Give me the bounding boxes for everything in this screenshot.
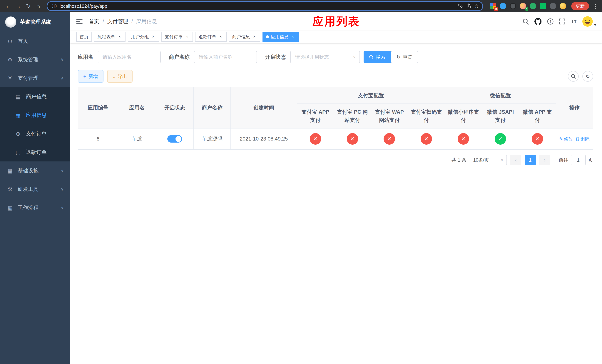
toolbar-right: ↻ xyxy=(568,71,593,82)
fullscreen-icon[interactable] xyxy=(559,19,565,24)
close-icon[interactable]: × xyxy=(117,34,122,39)
table-row: 6 芋道 芋道源码 2021-10-23 08:49:25 xyxy=(78,128,593,150)
search-button[interactable]: 搜索 xyxy=(364,51,391,63)
yen-icon: ¥ xyxy=(7,75,13,81)
extension-icon[interactable] xyxy=(540,3,546,9)
extension-icon[interactable]: 1 xyxy=(520,3,526,9)
sidebar-item-pay-order[interactable]: ⊕ 支付订单 xyxy=(0,124,70,143)
extension-icon[interactable] xyxy=(550,3,556,9)
page-size-select[interactable]: 10条/页 ∨ xyxy=(470,155,507,165)
tab-user-group[interactable]: 用户分组 × xyxy=(128,32,159,42)
back-icon[interactable]: ← xyxy=(4,2,13,11)
table-toolbar: + 新增 ↓ 导出 ↻ xyxy=(78,70,593,83)
merchant-name-input[interactable] xyxy=(194,51,257,63)
sidebar-item-payment[interactable]: ¥ 支付管理 ∧ xyxy=(0,69,70,87)
reload-icon[interactable]: ↻ xyxy=(24,2,33,11)
status-toggle[interactable] xyxy=(167,135,182,143)
page-number-1[interactable]: 1 xyxy=(525,155,536,165)
close-icon[interactable]: × xyxy=(151,34,156,39)
close-icon[interactable]: × xyxy=(252,34,257,39)
site-info-icon[interactable]: ⓘ xyxy=(52,3,57,10)
chrome-update-button[interactable]: 更新 xyxy=(571,2,589,10)
font-size-icon[interactable]: TT xyxy=(571,18,576,25)
select-placeholder: 请选择开启状态 xyxy=(295,54,329,60)
search-icon[interactable] xyxy=(523,18,529,25)
breadcrumb-separator: / xyxy=(103,19,104,24)
close-icon[interactable]: × xyxy=(290,34,295,39)
tab-home[interactable]: 首页 xyxy=(76,32,92,42)
sidebar-item-label: 退款订单 xyxy=(26,149,47,156)
sidebar-item-home[interactable]: ⊙ 首页 xyxy=(0,32,70,50)
user-avatar[interactable]: ▾ xyxy=(582,16,596,27)
toggle-search-button[interactable] xyxy=(568,71,579,82)
extension-icon[interactable] xyxy=(530,3,536,9)
close-icon[interactable]: × xyxy=(184,34,190,39)
extension-icon[interactable] xyxy=(510,3,516,9)
url-bar[interactable]: ⓘ localhost:1024/pay/app ☆ xyxy=(47,1,483,11)
filter-form: 应用名 商户名称 开启状态 请选择开启状态 ∨ 搜索 ↻ 重 xyxy=(78,51,593,63)
tab-pay-order[interactable]: 支付订单 × xyxy=(161,32,193,42)
prev-page-button[interactable]: ‹ xyxy=(510,155,521,165)
cell-status xyxy=(156,128,194,150)
tab-process-form[interactable]: 流程表单 × xyxy=(94,32,126,42)
add-button[interactable]: + 新增 xyxy=(78,70,104,83)
sidebar-item-infrastructure[interactable]: ▩ 基础设施 ∨ xyxy=(0,161,70,180)
edit-button[interactable]: ✎ 修改 xyxy=(559,136,573,142)
app-name-input[interactable] xyxy=(98,51,161,63)
app-frame: 芋道管理系统 ⊙ 首页 ⚙ 系统管理 ∨ ¥ 支付管理 ∧ xyxy=(0,12,602,364)
extension-icon[interactable] xyxy=(500,3,506,9)
extension-icon[interactable]: 10 xyxy=(490,3,496,9)
page-size-value: 10条/页 xyxy=(473,157,489,163)
extension-icon[interactable] xyxy=(560,3,566,9)
url-text[interactable]: localhost:1024/pay/app xyxy=(60,3,454,9)
refresh-table-button[interactable]: ↻ xyxy=(582,71,593,82)
browser-chrome: ← → ↻ ⌂ ⓘ localhost:1024/pay/app ☆ 10 1 … xyxy=(0,0,602,12)
chevron-down-icon: ∨ xyxy=(61,205,64,210)
home-icon[interactable]: ⌂ xyxy=(34,2,43,11)
sidebar-item-refund-order[interactable]: ▢ 退款订单 xyxy=(0,143,70,161)
sidebar-item-merchant-info[interactable]: ▤ 商户信息 xyxy=(0,87,70,106)
card-icon: ▤ xyxy=(15,94,22,100)
cell-wechat-jsapi xyxy=(482,128,519,150)
cell-created: 2021-10-23 08:49:25 xyxy=(231,128,297,150)
sidebar-item-dev-tools[interactable]: ⚒ 研发工具 ∨ xyxy=(0,180,70,198)
github-icon[interactable] xyxy=(534,18,541,25)
col-wechat-app: 微信 APP 支付 xyxy=(519,104,556,128)
chevron-down-icon: ∨ xyxy=(353,55,356,59)
col-alipay-qr: 支付宝扫码支付 xyxy=(408,104,445,128)
export-button[interactable]: ↓ 导出 xyxy=(107,70,133,83)
chevron-down-icon: ∨ xyxy=(61,168,64,173)
sidebar-item-app-info[interactable]: ▦ 应用信息 xyxy=(0,106,70,124)
share-icon[interactable] xyxy=(466,3,472,9)
tab-refund-order[interactable]: 退款订单 × xyxy=(195,32,226,42)
sidebar: 芋道管理系统 ⊙ 首页 ⚙ 系统管理 ∨ ¥ 支付管理 ∧ xyxy=(0,12,70,364)
app-table: 应用编号 应用名 开启状态 商户名称 创建时间 支付宝配置 微信配置 操作 支付… xyxy=(78,87,593,150)
breadcrumb-home[interactable]: 首页 xyxy=(89,18,99,25)
sidebar-item-label: 基础设施 xyxy=(18,167,39,174)
cell-app-id: 6 xyxy=(78,128,118,150)
tab-label: 用户分组 xyxy=(131,34,149,40)
bookmark-star-icon[interactable]: ☆ xyxy=(474,3,479,9)
cell-alipay-wap xyxy=(371,128,408,150)
sidebar-item-workflow[interactable]: ▧ 工作流程 ∨ xyxy=(0,198,70,217)
tab-app-info[interactable]: 应用信息 × xyxy=(262,32,299,42)
close-icon[interactable]: × xyxy=(218,34,223,39)
password-key-icon[interactable] xyxy=(457,3,463,9)
app-logo[interactable]: 芋道管理系统 xyxy=(0,12,70,32)
sidebar-collapse-icon[interactable] xyxy=(76,19,83,24)
delete-button[interactable]: 删除 xyxy=(576,136,590,142)
help-icon[interactable]: ? xyxy=(547,18,554,25)
tab-merchant-info[interactable]: 商户信息 × xyxy=(229,32,260,42)
sidebar-item-system[interactable]: ⚙ 系统管理 ∨ xyxy=(0,50,70,69)
chrome-menu-icon[interactable]: ⋮ xyxy=(593,3,598,10)
refresh-icon: ↻ xyxy=(586,73,590,79)
sidebar-item-label: 系统管理 xyxy=(18,56,39,63)
status-select[interactable]: 请选择开启状态 ∨ xyxy=(290,51,360,63)
forward-icon[interactable]: → xyxy=(14,2,23,11)
breadcrumb-payment[interactable]: 支付管理 xyxy=(107,18,128,25)
edit-icon: ✎ xyxy=(559,136,563,142)
reset-button[interactable]: ↻ 重置 xyxy=(391,51,418,63)
next-page-button[interactable]: › xyxy=(539,155,550,165)
goto-page-input[interactable] xyxy=(571,155,586,165)
col-app-name: 应用名 xyxy=(118,87,156,128)
